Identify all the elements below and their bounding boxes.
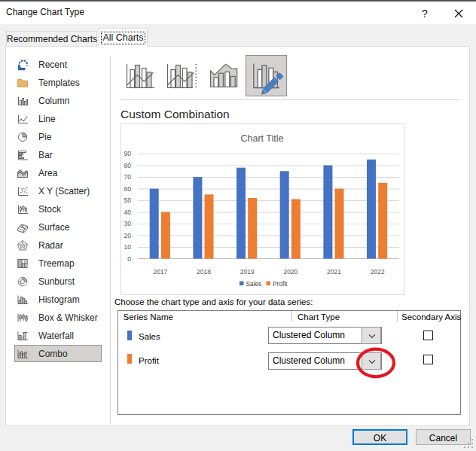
svg-text:90: 90 [124, 150, 132, 157]
svg-text:2018: 2018 [197, 268, 211, 276]
svg-text:2020: 2020 [283, 268, 298, 276]
svg-text:20: 20 [124, 232, 132, 239]
svg-text:70: 70 [124, 173, 132, 181]
svg-text:Chart Title: Chart Title [241, 133, 284, 144]
svg-text:2017: 2017 [153, 268, 167, 276]
svg-text:50: 50 [124, 197, 132, 204]
svg-text:10: 10 [124, 243, 132, 251]
svg-text:2021: 2021 [327, 268, 341, 276]
svg-text:60: 60 [124, 185, 132, 193]
svg-text:2019: 2019 [240, 268, 255, 276]
svg-text:2022: 2022 [371, 268, 385, 276]
svg-text:Sales: Sales [246, 280, 262, 288]
svg-text:30: 30 [124, 220, 132, 227]
svg-text:0: 0 [127, 255, 131, 263]
svg-text:80: 80 [124, 162, 132, 169]
svg-text:Profit: Profit [273, 280, 288, 288]
svg-text:40: 40 [124, 209, 132, 216]
